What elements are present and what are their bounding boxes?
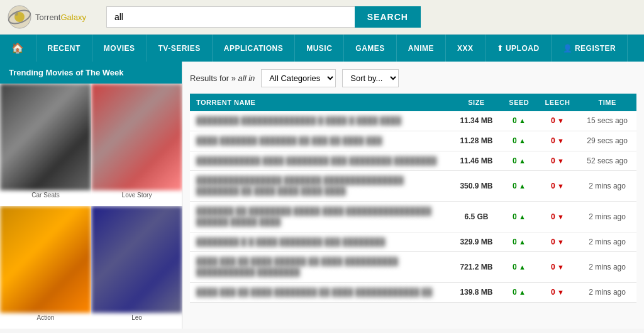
movie-thumb-1[interactable]: Car Seats [0,84,91,206]
movie-thumb-4[interactable]: Leo [91,206,182,329]
size-cell: 6.5 GB [452,201,501,232]
leech-cell: 0 ▼ [537,252,578,283]
table-row[interactable]: ████ ███████ ███████ ██ ███ ██ ████ ███1… [190,131,636,151]
table-row[interactable]: ████████████████ ███████ ███████████████… [190,171,636,202]
nav-item-music[interactable]: MUSIC [295,35,344,62]
leech-cell: 0 ▼ [537,111,578,131]
torrent-name-cell: ████████████████ ███████ ███████████████… [190,171,452,202]
movie-label-3: Action [0,313,91,322]
leech-value: 0 [551,288,555,297]
down-arrow-icon: ▼ [557,238,564,246]
seed-value: 0 [513,182,517,190]
search-container: SEARCH [106,6,421,28]
seed-value: 0 [513,116,517,125]
logo-galaxy: Galaxy [60,13,86,22]
seed-value: 0 [513,156,517,165]
leech-cell: 0 ▼ [537,282,578,302]
category-select[interactable]: All Categories Movies TV-Series Applicat… [261,69,336,87]
leech-value: 0 [551,237,555,246]
down-arrow-icon: ▼ [557,263,564,271]
results-label: Results for » all in [190,74,255,83]
time-cell: 2 mins ago [578,282,636,302]
results-area: Results for » all in All Categories Movi… [182,62,644,329]
col-leech: LEECH [537,94,578,111]
main-content: Trending Movies of The Week Car Seats Lo… [0,62,644,329]
nav-item-upload[interactable]: ⬆ UPLOAD [486,35,552,62]
nav-item-xxx[interactable]: XXX [446,35,486,62]
leech-value: 0 [551,263,555,271]
leech-value: 0 [551,136,555,145]
table-row[interactable]: ████ ███ ██ ████ ██████ ██ ████ ████████… [190,252,636,283]
leech-cell: 0 ▼ [537,151,578,171]
movie-image-1 [0,84,91,190]
torrent-name-cell: ███████ ██ ████████ █████ ████ █████████… [190,201,452,232]
logo: TorrentGalaxy [8,5,86,29]
up-arrow-icon: ▲ [519,117,526,124]
table-row[interactable]: ████████████ ████ ████████ ███ ████████ … [190,151,636,171]
down-arrow-icon: ▼ [557,117,564,124]
down-arrow-icon: ▼ [557,213,564,221]
time-cell: 29 secs ago [578,131,636,151]
time-cell: 2 mins ago [578,201,636,232]
seed-cell: 0 ▲ [501,171,537,202]
movie-thumb-3[interactable]: Action [0,206,91,329]
seed-cell: 0 ▲ [501,151,537,171]
time-cell: 52 secs ago [578,151,636,171]
col-seed: SEED [501,94,537,111]
up-arrow-icon: ▲ [519,288,526,296]
nav-item-movies[interactable]: MOVIES [92,35,147,62]
nav-item-anime[interactable]: ANIME [397,35,446,62]
movie-label-1: Car Seats [0,190,91,200]
movie-grid: Car Seats Love Story Action Leo [0,84,182,329]
col-size: SIZE [452,94,501,111]
leech-cell: 0 ▼ [537,232,578,252]
time-cell: 15 secs ago [578,111,636,131]
sidebar-title: Trending Movies of The Week [0,62,182,84]
results-header: Results for » all in All Categories Movi… [190,69,636,87]
movie-image-4 [91,206,182,313]
time-cell: 2 mins ago [578,252,636,283]
logo-torrent: Torrent [35,13,60,22]
torrent-name-cell: ████████ ██████████████ █ ████ █ ████ ██… [190,111,452,131]
navigation: 🏠 RECENT MOVIES TV-SERIES APPLICATIONS M… [0,35,644,62]
seed-cell: 0 ▲ [501,201,537,232]
logo-text: TorrentGalaxy [35,13,86,22]
nav-item-register[interactable]: 👤 REGISTER [552,35,628,62]
table-row[interactable]: ███████ ██ ████████ █████ ████ █████████… [190,201,636,232]
seed-value: 0 [513,136,517,145]
leech-cell: 0 ▼ [537,201,578,232]
col-time: TIME [578,94,636,111]
table-row[interactable]: ████████ █ █ ████ ████████ ███ ████████3… [190,232,636,252]
movie-thumb-2[interactable]: Love Story [91,84,182,206]
size-cell: 329.9 MB [452,232,501,252]
nav-item-home[interactable]: 🏠 [0,35,36,62]
search-input[interactable] [106,6,355,28]
search-button[interactable]: SEARCH [355,6,421,28]
down-arrow-icon: ▼ [557,182,564,190]
table-row[interactable]: ████████ ██████████████ █ ████ █ ████ ██… [190,111,636,131]
table-row[interactable]: ████ ███ ██ ████ ████████ ██ ████ ██████… [190,282,636,302]
size-cell: 11.46 MB [452,151,501,171]
seed-cell: 0 ▲ [501,111,537,131]
seed-value: 0 [513,212,517,221]
sort-select[interactable]: Sort by... Size Seeds Leeches Time [342,69,399,87]
size-cell: 11.28 MB [452,131,501,151]
leech-value: 0 [551,156,555,165]
nav-item-recent[interactable]: RECENT [36,35,92,62]
leech-cell: 0 ▼ [537,171,578,202]
col-torrent-name: TORRENT NAME [190,94,452,111]
down-arrow-icon: ▼ [557,137,564,145]
movie-label-2: Love Story [91,190,182,200]
nav-item-games[interactable]: GAMES [344,35,397,62]
leech-value: 0 [551,182,555,190]
nav-item-tv-series[interactable]: TV-SERIES [147,35,213,62]
torrent-name-cell: ████████ █ █ ████ ████████ ███ ████████ [190,232,452,252]
seed-value: 0 [513,237,517,246]
leech-value: 0 [551,116,555,125]
movie-image-2 [91,84,182,190]
size-cell: 350.9 MB [452,171,501,202]
sidebar: Trending Movies of The Week Car Seats Lo… [0,62,182,329]
seed-value: 0 [513,263,517,271]
nav-item-applications[interactable]: APPLICATIONS [213,35,295,62]
size-cell: 11.34 MB [452,111,501,131]
